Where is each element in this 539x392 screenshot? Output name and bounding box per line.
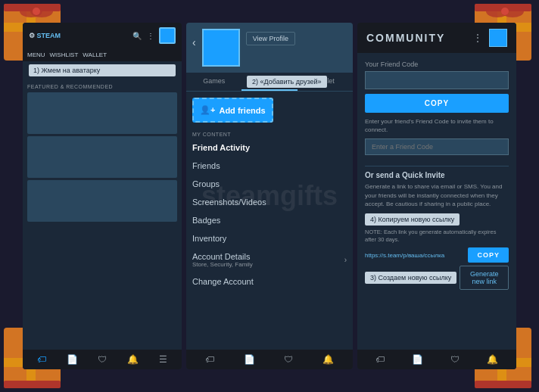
- bottom-nav-menu[interactable]: ☰: [159, 354, 167, 365]
- steam-bottom-nav: 🏷 📄 🛡 🔔 ☰: [23, 350, 182, 369]
- steam-header-icons: 🔍 ⋮: [132, 27, 176, 44]
- svg-rect-21: [475, 381, 531, 388]
- community-header-right: ⋮: [472, 29, 507, 47]
- featured-item-1: [27, 92, 177, 134]
- bottom-nav-shield[interactable]: 🛡: [98, 354, 107, 365]
- profile-bottom-nav: 🏷 📄 🛡 🔔: [186, 350, 353, 369]
- menu-account-details[interactable]: Account Details Store, Security, Family …: [186, 247, 353, 272]
- note-text: NOTE: Each link you generate automatical…: [365, 229, 509, 244]
- search-icon[interactable]: 🔍: [132, 30, 142, 41]
- profile-nav-doc[interactable]: 📄: [244, 354, 255, 365]
- menu-badges[interactable]: Badges: [186, 211, 353, 229]
- quick-invite-desc: Generate a link to share via email or SM…: [365, 182, 509, 208]
- nav-wallet[interactable]: WALLET: [83, 51, 107, 58]
- tooltip-2: 2) «Добавить друзей»: [247, 76, 327, 88]
- nav-wishlist[interactable]: WISHLIST: [50, 51, 79, 58]
- steam-content: FEATURED & RECOMMENDED: [23, 79, 182, 226]
- add-friends-button[interactable]: 👤+ Add friends: [192, 98, 273, 123]
- bottom-nav-bell[interactable]: 🔔: [127, 354, 139, 365]
- profile-nav-bell[interactable]: 🔔: [322, 354, 334, 365]
- divider: [365, 166, 509, 166]
- svg-rect-17: [4, 381, 61, 388]
- tooltip-3: 3) Создаем новую ссылку: [365, 272, 456, 284]
- community-avatar: [489, 29, 507, 47]
- copy-link-button[interactable]: COPY: [468, 247, 509, 263]
- svg-point-6: [33, 8, 40, 15]
- add-friends-label: Add friends: [219, 106, 265, 115]
- menu-friend-activity[interactable]: Friend Activity: [186, 138, 353, 157]
- menu-friends[interactable]: Friends: [186, 157, 353, 175]
- desc-text: Enter your friend's Friend Code to invit…: [365, 117, 509, 134]
- steam-panel: ⚙ STEAM 🔍 ⋮ MENU WISHLIST WALLET 1) Жмем…: [23, 23, 182, 369]
- quick-invite-title: Or send a Quick Invite: [365, 171, 509, 179]
- menu-change-account[interactable]: Change Account: [186, 272, 353, 291]
- link-row: https://s.team/p/ваша/ссылка COPY: [365, 247, 509, 263]
- tab-games[interactable]: Games: [186, 73, 241, 91]
- featured-item-3: [27, 180, 177, 222]
- featured-item-2: [27, 136, 177, 178]
- view-profile-button[interactable]: View Profile: [246, 32, 295, 45]
- featured-label: FEATURED & RECOMMENDED: [27, 84, 177, 89]
- bottom-nav-tag[interactable]: 🏷: [37, 354, 46, 365]
- menu-screenshots[interactable]: Screenshots/Videos: [186, 193, 353, 211]
- bottom-nav-doc[interactable]: 📄: [67, 354, 78, 365]
- community-header: COMMUNITY ⋮: [357, 23, 516, 53]
- community-more-icon[interactable]: ⋮: [472, 32, 483, 44]
- profile-nav-tag[interactable]: 🏷: [205, 354, 214, 365]
- steam-nav: MENU WISHLIST WALLET: [23, 48, 182, 61]
- community-nav-doc[interactable]: 📄: [412, 354, 423, 365]
- friend-code-label: Your Friend Code: [365, 61, 509, 68]
- community-bottom-nav: 🏷 📄 🛡 🔔: [357, 350, 516, 369]
- community-nav-bell[interactable]: 🔔: [487, 354, 498, 365]
- tooltip-4: 4) Копируем новую ссылку: [365, 213, 460, 226]
- copy-button[interactable]: COPY: [365, 94, 509, 113]
- community-content: Your Friend Code COPY Enter your friend'…: [357, 53, 516, 297]
- menu-inventory[interactable]: Inventory: [186, 229, 353, 247]
- generate-link-button[interactable]: Generate new link: [460, 266, 509, 290]
- featured-items: [27, 92, 177, 222]
- gen-link-row: 3) Создаем новую ссылку Generate new lin…: [365, 266, 509, 290]
- main-container: ⚙ STEAM 🔍 ⋮ MENU WISHLIST WALLET 1) Жмем…: [23, 23, 516, 369]
- profile-header: ‹ View Profile: [186, 23, 353, 73]
- more-icon[interactable]: ⋮: [145, 30, 156, 41]
- menu-groups[interactable]: Groups: [186, 175, 353, 193]
- steam-logo: ⚙ STEAM: [29, 32, 61, 39]
- back-arrow-icon[interactable]: ‹: [192, 36, 196, 48]
- profile-nav-shield[interactable]: 🛡: [284, 354, 293, 365]
- community-panel: COMMUNITY ⋮ Your Friend Code COPY Enter …: [357, 23, 516, 369]
- community-nav-tag[interactable]: 🏷: [375, 354, 385, 365]
- menu-arrow-icon: ›: [344, 256, 347, 264]
- avatar-small[interactable]: [159, 27, 176, 44]
- profile-panel: ‹ View Profile 2) «Добавить друзей» Game…: [186, 23, 353, 369]
- community-nav-shield[interactable]: 🛡: [450, 354, 460, 365]
- svg-point-13: [501, 8, 509, 15]
- community-title: COMMUNITY: [366, 32, 445, 44]
- profile-avatar: [202, 29, 240, 67]
- my-content-label: MY CONTENT: [186, 129, 353, 138]
- tooltip-1: 1) Жмем на аватарку: [29, 64, 176, 76]
- add-friends-icon: 👤+: [200, 105, 215, 115]
- enter-code-input[interactable]: [365, 138, 509, 155]
- link-text: https://s.team/p/ваша/ссылка: [365, 252, 465, 259]
- nav-menu[interactable]: MENU: [27, 51, 45, 58]
- account-details-sub: Store, Security, Family: [192, 261, 253, 268]
- account-details-label: Account Details: [192, 252, 253, 261]
- friend-code-input[interactable]: [365, 71, 509, 89]
- steam-header: ⚙ STEAM 🔍 ⋮: [23, 23, 182, 48]
